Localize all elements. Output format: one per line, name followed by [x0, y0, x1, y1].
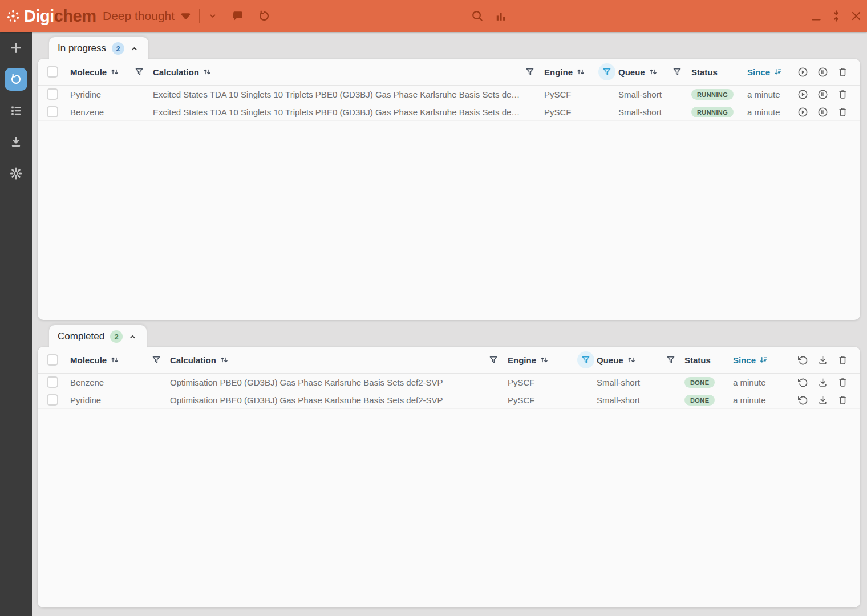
column-calculation[interactable]: Calculation — [153, 67, 525, 77]
resume-all-button[interactable] — [797, 67, 808, 78]
filter-queue-icon[interactable] — [672, 67, 682, 77]
sidebar-item-in-progress[interactable] — [0, 63, 32, 95]
status-badge: RUNNING — [691, 107, 734, 117]
download-button[interactable] — [817, 377, 828, 388]
since-cell: a minute — [747, 90, 799, 99]
sort-icon[interactable] — [576, 67, 585, 76]
download-tray-icon — [817, 355, 828, 366]
pause-all-button[interactable] — [817, 67, 828, 78]
chevron-up-icon[interactable] — [128, 333, 137, 341]
project-dropdown-fan-icon[interactable] — [180, 10, 192, 22]
rotate-ccw-icon — [797, 395, 808, 406]
queue-cell: Small-short — [618, 107, 672, 117]
completed-panel: Molecule Calculation Engine Queue Status… — [38, 347, 860, 607]
queue-cell: Small-short — [618, 90, 672, 99]
resume-button[interactable] — [797, 89, 808, 100]
sort-icon[interactable] — [110, 67, 119, 76]
refresh-button[interactable] — [258, 10, 270, 22]
sidebar-item-downloads[interactable] — [0, 126, 32, 157]
sort-icon[interactable] — [540, 355, 549, 364]
bulk-actions — [799, 67, 860, 78]
sidebar-item-settings[interactable] — [0, 157, 32, 189]
delete-button[interactable] — [837, 377, 848, 388]
table-row[interactable]: Pyridine Optimisation PBE0 (GD3BJ) Gas P… — [38, 391, 860, 409]
row-checkbox[interactable] — [47, 88, 58, 100]
rerun-all-button[interactable] — [797, 355, 808, 366]
sort-icon[interactable] — [220, 355, 229, 364]
status-badge: DONE — [684, 377, 715, 388]
filter-molecule-icon[interactable] — [151, 355, 161, 365]
filter-engine-active-icon[interactable] — [598, 63, 615, 80]
column-molecule[interactable]: Molecule — [70, 67, 134, 77]
row-checkbox[interactable] — [47, 376, 58, 388]
table-row[interactable]: Pyridine Excited States TDA 10 Singlets … — [38, 86, 860, 103]
row-checkbox[interactable] — [47, 394, 58, 406]
status-badge: RUNNING — [691, 89, 734, 100]
sort-icon[interactable] — [110, 355, 119, 364]
column-engine[interactable]: Engine — [544, 67, 598, 77]
column-since[interactable]: Since — [733, 355, 799, 365]
download-all-button[interactable] — [817, 355, 828, 366]
delete-button[interactable] — [837, 395, 848, 406]
row-checkbox[interactable] — [47, 106, 58, 117]
close-button[interactable] — [849, 9, 863, 23]
table-header: Molecule Calculation Engine Queue Status… — [38, 59, 860, 86]
rotate-icon — [10, 73, 22, 86]
project-name[interactable]: Deep thought — [103, 9, 175, 23]
sort-icon[interactable] — [627, 355, 636, 364]
sort-icon[interactable] — [202, 67, 212, 76]
sidebar-item-new-calculation[interactable] — [0, 32, 32, 63]
table-row[interactable]: Benzene Excited States TDA 10 Singlets 1… — [38, 103, 860, 121]
molecule-dots-icon — [5, 7, 22, 25]
filter-calculation-icon[interactable] — [488, 355, 499, 365]
column-engine[interactable]: Engine — [508, 355, 577, 365]
molecule-cell: Pyridine — [70, 90, 134, 99]
sort-icon[interactable] — [649, 67, 658, 76]
delete-button[interactable] — [837, 89, 848, 100]
sort-descending-icon[interactable] — [773, 67, 783, 76]
trash-icon — [837, 355, 848, 366]
rerun-button[interactable] — [797, 395, 808, 406]
select-all-checkbox[interactable] — [47, 66, 58, 78]
delete-all-button[interactable] — [837, 67, 848, 78]
delete-all-button[interactable] — [837, 355, 848, 366]
engine-cell: PySCF — [544, 107, 598, 117]
sidebar-item-queues[interactable] — [0, 95, 32, 126]
download-button[interactable] — [817, 395, 828, 406]
sort-descending-icon[interactable] — [759, 355, 768, 364]
delete-button[interactable] — [837, 107, 848, 117]
tab-in-progress[interactable]: In progress 2 — [49, 37, 148, 60]
select-all-checkbox[interactable] — [47, 354, 58, 366]
chart-button[interactable] — [494, 9, 508, 23]
since-cell: a minute — [733, 378, 799, 387]
chat-button[interactable] — [231, 9, 245, 23]
rerun-button[interactable] — [797, 377, 808, 388]
pause-button[interactable] — [817, 107, 828, 117]
queue-cell: Small-short — [597, 395, 666, 405]
chevron-down-icon[interactable] — [208, 11, 218, 21]
pause-circle-icon — [817, 89, 828, 100]
filter-engine-active-icon[interactable] — [577, 351, 594, 368]
filter-queue-icon[interactable] — [666, 355, 676, 365]
play-circle-icon — [797, 89, 808, 100]
pause-button[interactable] — [817, 89, 828, 100]
app-window: Digichem Deep thought In progress 2 — [0, 0, 867, 616]
compress-window-button[interactable] — [829, 9, 843, 23]
gear-icon — [9, 167, 23, 180]
column-queue[interactable]: Queue — [618, 67, 672, 77]
filter-calculation-icon[interactable] — [525, 67, 535, 77]
chevron-up-icon[interactable] — [130, 44, 139, 53]
column-since[interactable]: Since — [747, 67, 799, 77]
column-calculation[interactable]: Calculation — [170, 355, 488, 365]
rotate-ccw-icon — [797, 377, 808, 388]
column-queue[interactable]: Queue — [597, 355, 666, 365]
minimize-button[interactable] — [809, 9, 823, 23]
resume-button[interactable] — [797, 107, 808, 117]
filter-molecule-icon[interactable] — [134, 67, 144, 77]
search-button[interactable] — [471, 9, 484, 23]
table-row[interactable]: Benzene Optimisation PBE0 (GD3BJ) Gas Ph… — [38, 374, 860, 391]
tab-completed[interactable]: Completed 2 — [49, 325, 147, 348]
count-badge: 2 — [110, 330, 123, 343]
table-header: Molecule Calculation Engine Queue Status… — [38, 347, 860, 374]
column-molecule[interactable]: Molecule — [70, 355, 151, 365]
